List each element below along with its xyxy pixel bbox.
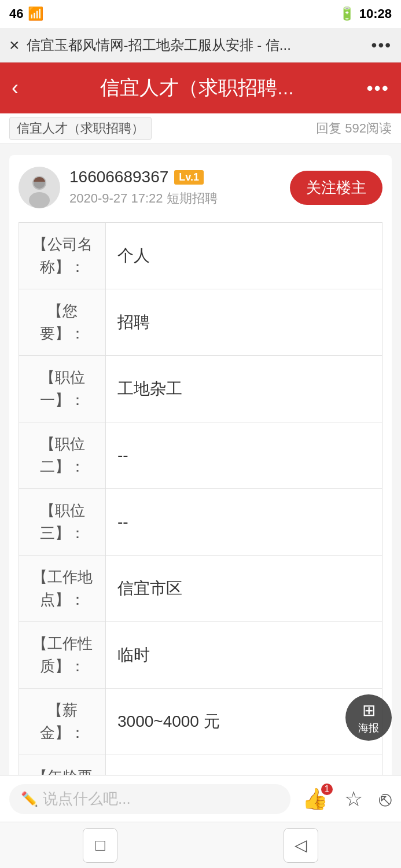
close-icon[interactable]: ×	[9, 35, 20, 55]
status-right: 🔋 10:28	[339, 6, 392, 21]
poster-button[interactable]: ⊞ 海报	[345, 694, 392, 741]
table-row: 【薪金】： 3000~4000 元	[19, 689, 382, 755]
table-value: 信宜市区	[106, 556, 382, 622]
browser-bar: × 信宜玉都风情网-招工地杂工服从安排 - 信... •••	[0, 28, 401, 62]
home-icon: □	[95, 836, 105, 855]
table-value: 3000~4000 元	[106, 689, 382, 755]
table-label: 【工作性质】：	[19, 622, 106, 689]
nav-buttons: □ ◁	[0, 822, 401, 868]
avatar	[19, 167, 60, 208]
table-value: --	[106, 422, 382, 489]
table-label: 【您要】：	[19, 289, 106, 356]
table-label: 【薪金】：	[19, 689, 106, 755]
wifi-icon: 📶	[28, 6, 43, 21]
like-badge: 1	[321, 784, 333, 795]
table-row: 【工作地点】： 信宜市区	[19, 556, 382, 622]
app-header: ‹ 信宜人才（求职招聘... •••	[0, 62, 401, 113]
star-button[interactable]: ☆	[344, 787, 363, 811]
table-value: 工地杂工	[106, 356, 382, 422]
status-bar: 46 📶 🔋 10:28	[0, 0, 401, 28]
svg-point-2	[29, 192, 50, 208]
status-left: 46 📶	[9, 6, 43, 21]
share-button[interactable]: ⎋	[379, 787, 392, 811]
table-row: 【您要】： 招聘	[19, 289, 382, 356]
bottom-actions: 👍 1 ☆ ⎋	[302, 787, 392, 811]
info-table: 【公司名称】： 个人 【您要】： 招聘 【职位一】： 工地杂工 【职位二】： -…	[19, 222, 382, 868]
table-value: 临时	[106, 622, 382, 689]
nav-back-button[interactable]: ◁	[284, 828, 318, 863]
battery-icon: 🔋	[339, 6, 355, 21]
comment-input[interactable]: ✏️ 说点什么吧...	[9, 784, 290, 814]
author-info: 16606689367 Lv.1 2020-9-27 17:22 短期招聘	[69, 168, 290, 207]
table-row: 【职位三】： --	[19, 489, 382, 556]
follow-button[interactable]: 关注楼主	[290, 171, 382, 205]
author-top: 16606689367 Lv.1	[69, 168, 290, 186]
sub-nav-stats: 回复 592阅读	[316, 120, 392, 137]
share-icon: ⎋	[379, 787, 392, 811]
table-row: 【职位一】： 工地杂工	[19, 356, 382, 422]
author-name: 16606689367	[69, 168, 168, 186]
back-icon: ◁	[295, 836, 307, 855]
time-display: 10:28	[359, 6, 392, 21]
table-label: 【职位三】：	[19, 489, 106, 556]
like-button[interactable]: 👍 1	[302, 787, 328, 811]
table-row: 【工作性质】： 临时	[19, 622, 382, 689]
back-button[interactable]: ‹	[12, 76, 19, 100]
table-label: 【工作地点】：	[19, 556, 106, 622]
header-more-button[interactable]: •••	[366, 78, 389, 99]
table-row: 【职位二】： --	[19, 422, 382, 489]
avatar-image	[19, 167, 60, 208]
table-value: --	[106, 489, 382, 556]
table-label: 【职位一】：	[19, 356, 106, 422]
table-label: 【公司名称】：	[19, 223, 106, 289]
sub-nav: 信宜人才（求职招聘） 回复 592阅读	[0, 113, 401, 144]
browser-title: 信宜玉都风情网-招工地杂工服从安排 - 信...	[27, 36, 365, 54]
page-title: 信宜人才（求职招聘...	[28, 75, 366, 101]
author-section: 16606689367 Lv.1 2020-9-27 17:22 短期招聘 关注…	[19, 167, 382, 208]
main-content: 16606689367 Lv.1 2020-9-27 17:22 短期招聘 关注…	[0, 144, 401, 868]
qr-icon: ⊞	[362, 701, 376, 720]
table-row: 【公司名称】： 个人	[19, 223, 382, 289]
comment-placeholder: 说点什么吧...	[43, 789, 131, 809]
table-value: 个人	[106, 223, 382, 289]
bottom-bar: ✏️ 说点什么吧... 👍 1 ☆ ⎋	[0, 775, 401, 822]
table-value: 招聘	[106, 289, 382, 356]
star-icon: ☆	[344, 787, 363, 811]
sub-nav-label[interactable]: 信宜人才（求职招聘）	[9, 117, 152, 140]
level-badge: Lv.1	[174, 170, 204, 185]
poster-label: 海报	[358, 721, 379, 735]
nav-home-button[interactable]: □	[83, 828, 117, 863]
author-meta: 2020-9-27 17:22 短期招聘	[69, 190, 290, 207]
table-label: 【职位二】：	[19, 422, 106, 489]
signal-icon: 46	[9, 6, 23, 21]
post-card: 16606689367 Lv.1 2020-9-27 17:22 短期招聘 关注…	[9, 155, 392, 868]
comment-icon: ✏️	[21, 791, 38, 807]
more-icon[interactable]: •••	[371, 36, 392, 54]
